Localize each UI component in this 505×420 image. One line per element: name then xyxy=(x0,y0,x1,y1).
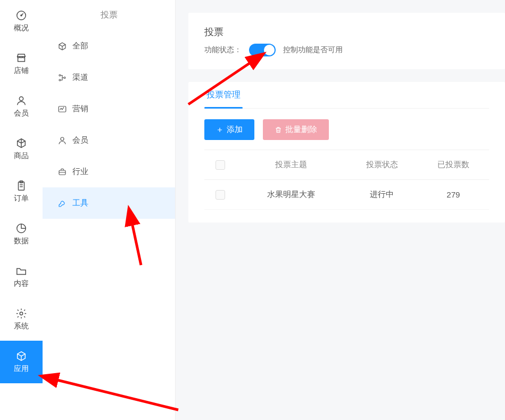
chart-icon xyxy=(57,104,67,114)
svg-point-1 xyxy=(21,15,22,16)
nav-member[interactable]: 会员 xyxy=(0,85,43,128)
nav-label: 会员 xyxy=(14,109,29,118)
feature-hint: 控制功能是否可用 xyxy=(283,45,343,55)
plus-icon xyxy=(216,126,223,134)
feature-card: 投票 功能状态： 控制功能是否可用 xyxy=(188,13,505,69)
table-row[interactable]: 水果明星大赛 进行中 279 xyxy=(204,180,489,210)
feature-toggle[interactable] xyxy=(249,44,276,56)
svg-point-2 xyxy=(19,97,23,101)
sidebar-secondary-title: 投票 xyxy=(43,0,175,30)
user-icon xyxy=(15,95,27,106)
cube-icon xyxy=(57,42,67,51)
nav-overview[interactable]: 概况 xyxy=(0,0,43,43)
add-button-label: 添加 xyxy=(227,125,243,135)
bulk-delete-button[interactable]: 批量删除 xyxy=(263,119,329,140)
feature-status-row: 功能状态： 控制功能是否可用 xyxy=(204,44,489,56)
vote-table: 投票主题 投票状态 已投票数 水果明星大赛 进行中 279 xyxy=(204,150,489,210)
sub-label: 行业 xyxy=(72,167,88,177)
user-icon xyxy=(57,136,67,145)
nav-label: 订单 xyxy=(14,194,29,203)
sub-label: 工具 xyxy=(72,198,88,208)
nav-data[interactable]: 数据 xyxy=(0,213,43,256)
bulk-delete-label: 批量删除 xyxy=(285,125,317,135)
feature-status-label: 功能状态： xyxy=(204,45,242,55)
nav-product[interactable]: 商品 xyxy=(0,128,43,170)
sub-marketing[interactable]: 营销 xyxy=(43,93,175,125)
sub-label: 会员 xyxy=(72,135,88,145)
sub-member[interactable]: 会员 xyxy=(43,125,175,156)
cube-icon xyxy=(15,350,27,362)
nav-label: 概况 xyxy=(14,23,29,33)
sub-label: 渠道 xyxy=(72,72,88,83)
row-status: 进行中 xyxy=(346,190,418,200)
nav-label: 内容 xyxy=(14,279,29,289)
trash-icon xyxy=(275,126,282,134)
sub-tool[interactable]: 工具 xyxy=(43,187,175,219)
nav-label: 系统 xyxy=(14,322,29,331)
nav-shop[interactable]: 店铺 xyxy=(0,43,43,85)
sub-label: 营销 xyxy=(72,104,88,114)
svg-point-11 xyxy=(61,137,64,141)
tab-label: 投票管理 xyxy=(206,90,241,99)
sub-industry[interactable]: 行业 xyxy=(43,156,175,187)
clipboard-icon xyxy=(15,180,27,192)
row-checkbox[interactable] xyxy=(216,190,225,200)
sidebar-secondary: 投票 全部 渠道 营销 会员 行业 工具 xyxy=(43,0,176,420)
page-title: 投票 xyxy=(204,26,489,38)
cube-icon xyxy=(15,137,27,149)
manage-card: 投票管理 添加 批量删除 投票主题 投票状态 已投票数 xyxy=(188,82,505,223)
nav-label: 应用 xyxy=(14,364,29,374)
nodes-icon xyxy=(57,73,67,83)
nav-order[interactable]: 订单 xyxy=(0,170,43,213)
svg-point-7 xyxy=(59,75,61,76)
briefcase-icon xyxy=(57,167,67,177)
svg-point-6 xyxy=(20,312,23,315)
button-row: 添加 批量删除 xyxy=(204,119,489,140)
folder-icon xyxy=(15,265,27,277)
table-header: 投票主题 投票状态 已投票数 xyxy=(204,150,489,180)
piechart-icon xyxy=(15,223,27,234)
nav-content[interactable]: 内容 xyxy=(0,256,43,298)
row-count: 279 xyxy=(418,190,489,199)
store-icon xyxy=(15,52,27,64)
tab-vote-manage[interactable]: 投票管理 xyxy=(204,82,243,108)
add-button[interactable]: 添加 xyxy=(204,119,254,140)
nav-label: 数据 xyxy=(14,236,29,246)
select-all-checkbox[interactable] xyxy=(216,160,225,170)
sub-all[interactable]: 全部 xyxy=(43,30,175,62)
svg-point-9 xyxy=(64,77,65,78)
svg-point-8 xyxy=(59,79,61,81)
nav-label: 店铺 xyxy=(14,66,29,76)
col-count: 已投票数 xyxy=(418,160,489,170)
sub-channel[interactable]: 渠道 xyxy=(43,62,175,93)
col-status: 投票状态 xyxy=(346,160,418,170)
nav-app[interactable]: 应用 xyxy=(0,341,43,383)
content-area: 投票 功能状态： 控制功能是否可用 投票管理 添加 批量删除 xyxy=(176,0,505,420)
tabs: 投票管理 xyxy=(204,82,489,109)
sidebar-primary: 概况 店铺 会员 商品 订单 数据 内容 系统 xyxy=(0,0,43,420)
nav-label: 商品 xyxy=(14,151,29,161)
gear-icon xyxy=(15,308,27,319)
row-subject: 水果明星大赛 xyxy=(236,190,346,200)
col-subject: 投票主题 xyxy=(236,160,346,170)
wrench-icon xyxy=(57,199,67,208)
gauge-icon xyxy=(15,10,27,21)
sub-label: 全部 xyxy=(72,41,88,51)
nav-system[interactable]: 系统 xyxy=(0,298,43,341)
